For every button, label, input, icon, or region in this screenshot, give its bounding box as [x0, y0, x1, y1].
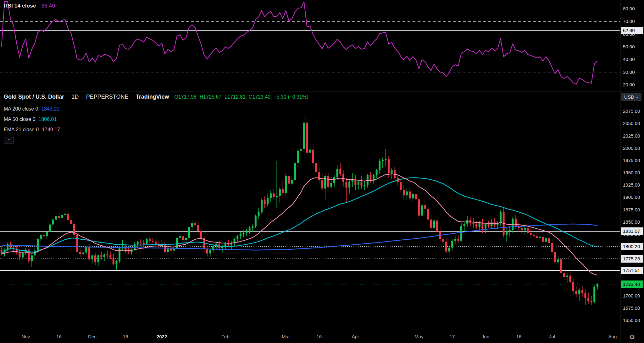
- time-axis-label: Dec: [88, 334, 97, 339]
- time-axis-label: 16: [317, 334, 322, 339]
- price-tick-label: 1950.00: [623, 170, 640, 175]
- ohlc-high: H1725.67: [200, 94, 221, 100]
- rsi-tick-label: 40.00: [623, 57, 635, 62]
- axis-settings-corner[interactable]: ⚙: [620, 331, 644, 343]
- price-tick-label: 1675.00: [623, 305, 640, 311]
- indicator-value: 1843.20: [41, 106, 59, 112]
- time-axis-label: Feb: [221, 334, 230, 339]
- rsi-tick-label: 30.00: [623, 69, 635, 75]
- indicator-label: MA 50 close 0: [4, 117, 36, 122]
- price-tick-label: 1700.00: [623, 293, 640, 298]
- exchange-label: PEPPERSTONE: [86, 94, 129, 100]
- separator-dot: ·: [131, 94, 133, 100]
- price-tick-label: 2000.00: [623, 145, 640, 151]
- time-axis[interactable]: Nov16Dec162022FebMar16AprMay17Jun16JulAu…: [0, 331, 620, 343]
- time-axis-label: May: [414, 334, 423, 339]
- indicator-label: MA 200 close 0: [4, 106, 38, 112]
- rsi-tick-label: 80.00: [623, 6, 635, 11]
- main-legend: Gold Spot / U.S. Dollar · 1D · PEPPERSTO…: [4, 94, 308, 144]
- price-tick-label: 2025.00: [623, 133, 640, 139]
- price-axis[interactable]: USD ⌄ 2100.002075.002050.002025.002000.0…: [620, 0, 644, 343]
- separator-dot: ·: [67, 94, 69, 100]
- price-level-badge: 1800.20: [621, 243, 643, 250]
- rsi-legend[interactable]: RSI 14 close 36.40: [4, 3, 55, 9]
- indicator-value: 1806.01: [39, 117, 57, 122]
- rsi-legend-value: 36.40: [42, 3, 55, 9]
- price-tick-label: 1925.00: [623, 182, 640, 188]
- candlestick-series: [1, 122, 598, 302]
- timeframe-label[interactable]: 1D: [71, 94, 79, 100]
- price-level-badge: 62.80: [621, 27, 643, 34]
- currency-button[interactable]: USD ⌄: [621, 93, 641, 101]
- separator-dot: ·: [81, 94, 83, 100]
- last-price-badge: 1723.40: [621, 280, 643, 288]
- price-tick-label: 1975.00: [623, 158, 640, 163]
- time-axis-label: Apr: [352, 334, 359, 339]
- ohlc-change: +5.30 (+0.31%): [274, 94, 308, 100]
- ma-200-line: [2, 224, 597, 250]
- price-level-badge: 1775.26: [621, 255, 643, 263]
- indicator-value: 1749.17: [42, 127, 60, 133]
- time-axis-label: Aug: [608, 334, 617, 339]
- indicator-label: EMA 21 close 0: [4, 127, 39, 133]
- trading-chart-window: RSI 14 close 36.40 Gold Spot / U.S. Doll…: [0, 0, 644, 343]
- price-tick-label: 1900.00: [623, 194, 640, 200]
- indicator-row-ma200[interactable]: MA 200 close 0 1843.20: [4, 104, 308, 114]
- rsi-line: [2, 2, 597, 84]
- symbol-title-row[interactable]: Gold Spot / U.S. Dollar · 1D · PEPPERSTO…: [4, 94, 308, 104]
- rsi-legend-title: RSI 14 close: [4, 3, 36, 9]
- ohlc-open: O1717.98: [174, 94, 196, 100]
- settings-gear-icon: ⚙: [629, 333, 635, 341]
- price-tick-label: 1850.00: [623, 219, 640, 225]
- price-level-badge: 1831.07: [621, 227, 643, 235]
- time-axis-label: 16: [516, 334, 521, 339]
- ohlc-low: L1712.81: [225, 94, 246, 100]
- price-level-badge: 1751.51: [621, 267, 643, 274]
- time-axis-label: Mar: [282, 334, 290, 339]
- price-tick-label: 1875.00: [623, 207, 640, 212]
- price-tick-label: 2075.00: [623, 108, 640, 114]
- indicator-row-ma50[interactable]: MA 50 close 0 1806.01: [4, 114, 308, 124]
- ma-50-line: [2, 178, 597, 253]
- currency-label: USD: [624, 94, 634, 100]
- time-axis-label: Nov: [21, 334, 30, 339]
- indicator-row-ema21[interactable]: EMA 21 close 0 1749.17: [4, 124, 308, 135]
- caret-down-icon: ⌄: [636, 95, 639, 99]
- rsi-tick-label: 70.00: [623, 19, 635, 24]
- time-axis-label: 16: [56, 334, 62, 339]
- price-tick-label: 1650.00: [623, 318, 640, 323]
- time-axis-label: 17: [450, 334, 455, 339]
- legend-collapse-button[interactable]: ⌃: [4, 137, 14, 144]
- time-axis-label: 16: [123, 334, 128, 339]
- time-axis-label: Jun: [482, 334, 489, 339]
- ohlc-readout: O1717.98 H1725.67 L1712.81 C1723.40 +5.3…: [174, 94, 308, 100]
- time-axis-label: Jul: [549, 334, 555, 339]
- ohlc-close: C1723.40: [249, 94, 270, 100]
- symbol-name[interactable]: Gold Spot / U.S. Dollar: [4, 94, 64, 100]
- rsi-tick-label: 50.00: [623, 44, 635, 49]
- chevron-up-icon: ⌃: [7, 138, 10, 143]
- time-axis-label: 2022: [157, 334, 167, 339]
- down-wicks: [2, 118, 591, 305]
- platform-label: TradingView: [136, 94, 169, 100]
- rsi-tick-label: 20.00: [623, 82, 635, 87]
- chart-canvas[interactable]: [0, 0, 644, 343]
- price-tick-label: 2050.00: [623, 121, 640, 126]
